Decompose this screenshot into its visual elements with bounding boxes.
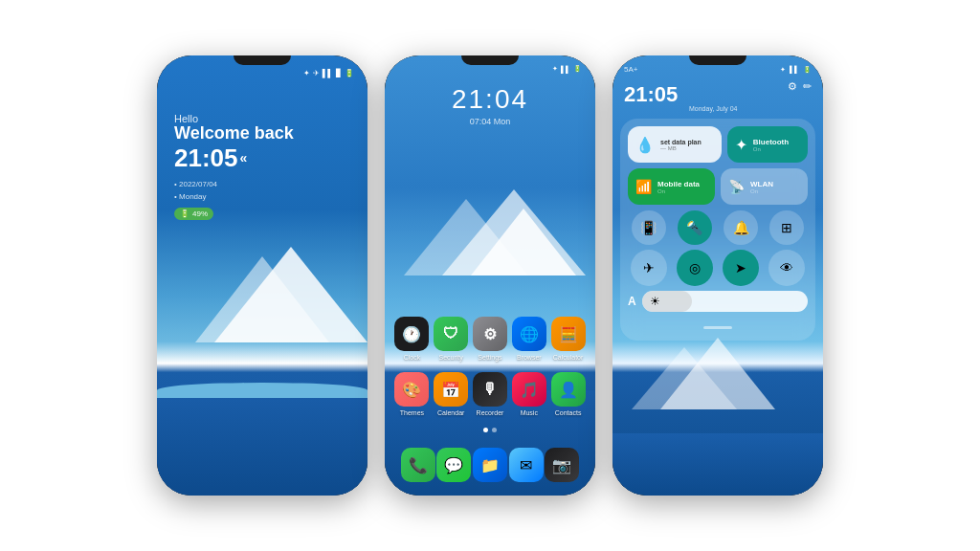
airplane-icon: ✈ xyxy=(643,260,655,276)
time-value: 21:05 xyxy=(174,143,238,173)
data-plan-tile[interactable]: 💧 set data plan — MB xyxy=(628,126,722,163)
focus-tile[interactable]: ◎ xyxy=(677,250,713,286)
cc-row-1: 💧 set data plan — MB ✦ Bluetooth On xyxy=(628,126,808,163)
calculator-icon[interactable]: 🧮 xyxy=(551,317,586,351)
phone3-screen: 5A+ ✦ ▌▌ 🔋 ⚙ ✏ 21:05 Monday, July 04 xyxy=(612,55,823,496)
location-tile[interactable]: ➤ xyxy=(723,250,759,286)
flashlight-tile[interactable]: 🔦 xyxy=(678,210,712,245)
water-layer-3 xyxy=(612,433,823,496)
wlan-content: WLAN On xyxy=(750,180,773,194)
airplane-mode-icon: ✈ xyxy=(313,69,320,77)
app-music[interactable]: 🎵 Music xyxy=(511,372,547,416)
app-recorder[interactable]: 🎙 Recorder xyxy=(472,372,508,416)
mobile-data-content: Mobile data On xyxy=(657,180,700,194)
recorder-icon[interactable]: 🎙 xyxy=(473,372,507,407)
app-settings[interactable]: ⚙ Settings xyxy=(472,317,508,361)
music-icon[interactable]: 🎵 xyxy=(512,372,546,407)
clock-label: Clock xyxy=(404,354,421,361)
security-icon[interactable]: 🛡 xyxy=(434,317,468,351)
page-indicator xyxy=(392,428,588,432)
mobile-data-sub: On xyxy=(657,188,700,194)
browser-icon[interactable]: 🌐 xyxy=(512,317,546,351)
app-clock[interactable]: 🕐 Clock xyxy=(393,317,430,361)
edit-icon[interactable]: ✏ xyxy=(803,80,812,93)
app-calendar[interactable]: 📅 Calendar xyxy=(433,372,469,416)
cc-date: Monday, July 04 xyxy=(689,105,737,112)
dock-email[interactable]: ✉ xyxy=(509,448,544,482)
phone1-content: Hello Welcome back 21:05 « • 2022/07/04 … xyxy=(174,113,294,220)
settings-icon[interactable]: ⚙ xyxy=(473,317,507,351)
data-plan-sub: — MB xyxy=(660,145,702,151)
signal-label: 5A+ xyxy=(624,65,637,74)
app-row-1: 🕐 Clock 🛡 Security ⚙ Settings 🌐 Browser xyxy=(392,317,588,361)
brightness-slider[interactable]: ☀ xyxy=(642,291,808,312)
wlan-tile[interactable]: 📡 WLAN On xyxy=(721,168,808,205)
arrows-decoration: « xyxy=(240,150,248,165)
mountain-front xyxy=(214,247,368,342)
app-browser[interactable]: 🌐 Browser xyxy=(511,317,547,361)
brightness-row: A ☀ xyxy=(628,291,808,312)
phone-3: 5A+ ✦ ▌▌ 🔋 ⚙ ✏ 21:05 Monday, July 04 xyxy=(612,55,823,496)
app-calculator[interactable]: 🧮 Calculator xyxy=(550,317,587,361)
bluetooth-icon-tile: ✦ xyxy=(735,136,747,154)
mountain-illustration xyxy=(157,247,368,400)
settings-gear-icon[interactable]: ⚙ xyxy=(788,80,797,93)
app-security[interactable]: 🛡 Security xyxy=(433,317,469,361)
app-themes[interactable]: 🎨 Themes xyxy=(393,372,430,416)
mobile-data-icon: 📶 xyxy=(635,179,652,194)
phone2-screen: ✦ ▌▌ 🔋 21:04 07:04 Mon 🕐 xyxy=(385,55,595,496)
phone-1: ✦ ✈ ▌▌ ▊ 🔋 Hello Welcome back 21:05 « • … xyxy=(157,55,368,496)
app-row-2: 🎨 Themes 📅 Calendar 🎙 Recorder 🎵 Music xyxy=(392,372,588,416)
cc-row-4-medium: ✈ ◎ ➤ 👁 xyxy=(628,250,808,286)
dock-files[interactable]: 📁 xyxy=(473,448,507,482)
eye-icon: 👁 xyxy=(780,260,793,276)
data-plan-label: set data plan xyxy=(660,139,702,145)
battery-icon-p2: 🔋 xyxy=(573,65,582,73)
date-line: • 2022/07/04 xyxy=(174,179,294,191)
themes-label: Themes xyxy=(400,409,424,416)
contacts-label: Contacts xyxy=(555,409,582,416)
status-icons: ✦ ✈ ▌▌ ▊ 🔋 xyxy=(303,69,354,77)
screen-record-tile[interactable]: ⊞ xyxy=(769,210,804,245)
calendar-icon[interactable]: 📅 xyxy=(434,372,468,407)
clock-icon[interactable]: 🕐 xyxy=(394,317,429,351)
themes-icon[interactable]: 🎨 xyxy=(394,372,429,407)
bell-icon: 🔔 xyxy=(733,220,749,235)
dot-2 xyxy=(492,428,497,432)
mountain-illustration-2 xyxy=(385,170,595,323)
app-dock: 📞 💬 📁 ✉ 📷 xyxy=(385,448,595,482)
dock-camera[interactable]: 📷 xyxy=(545,448,579,482)
cc-indicator xyxy=(628,316,808,333)
signal-icon-p2: ▌▌ xyxy=(561,66,570,73)
wifi-icon: ▊ xyxy=(336,69,342,77)
control-center-panel: 💧 set data plan — MB ✦ Bluetooth On xyxy=(620,119,815,341)
brightness-a-label: A xyxy=(628,295,636,308)
calendar-label: Calendar xyxy=(437,409,464,416)
calculator-label: Calculator xyxy=(553,354,584,361)
notification-tile[interactable]: 🔔 xyxy=(724,210,758,245)
mobile-data-tile[interactable]: 📶 Mobile data On xyxy=(628,168,715,205)
bluetooth-sub: On xyxy=(753,146,789,152)
dock-phone[interactable]: 📞 xyxy=(401,448,435,482)
phone3-background: 5A+ ✦ ▌▌ 🔋 ⚙ ✏ 21:05 Monday, July 04 xyxy=(612,55,823,496)
bluetooth-status-icon: ✦ xyxy=(303,69,310,77)
app-contacts[interactable]: 👤 Contacts xyxy=(550,372,587,416)
wlan-label: WLAN xyxy=(750,180,773,188)
settings-label: Settings xyxy=(478,354,501,361)
eye-tile[interactable]: 👁 xyxy=(768,250,805,286)
dock-messages[interactable]: 💬 xyxy=(436,448,471,482)
phone-2: ✦ ▌▌ 🔋 21:04 07:04 Mon 🕐 xyxy=(385,55,595,496)
day-line: • Monday xyxy=(174,191,294,204)
airplane-tile[interactable]: ✈ xyxy=(631,250,667,286)
bluetooth-tile[interactable]: ✦ Bluetooth On xyxy=(727,126,808,163)
cc-row-3-small: 📳 🔦 🔔 ⊞ xyxy=(628,210,808,245)
home-date: 07:04 Mon xyxy=(385,117,595,126)
contacts-icon[interactable]: 👤 xyxy=(551,372,586,407)
phone3-statusbar: 5A+ ✦ ▌▌ 🔋 xyxy=(624,65,812,74)
phone2-background: ✦ ▌▌ 🔋 21:04 07:04 Mon 🕐 xyxy=(385,55,595,496)
music-label: Music xyxy=(521,409,538,416)
bluetooth-icon-p2: ✦ xyxy=(552,65,558,73)
vibrate-tile[interactable]: 📳 xyxy=(632,210,666,245)
mountain-front-3 xyxy=(660,338,775,409)
wlan-sub: On xyxy=(750,188,773,194)
